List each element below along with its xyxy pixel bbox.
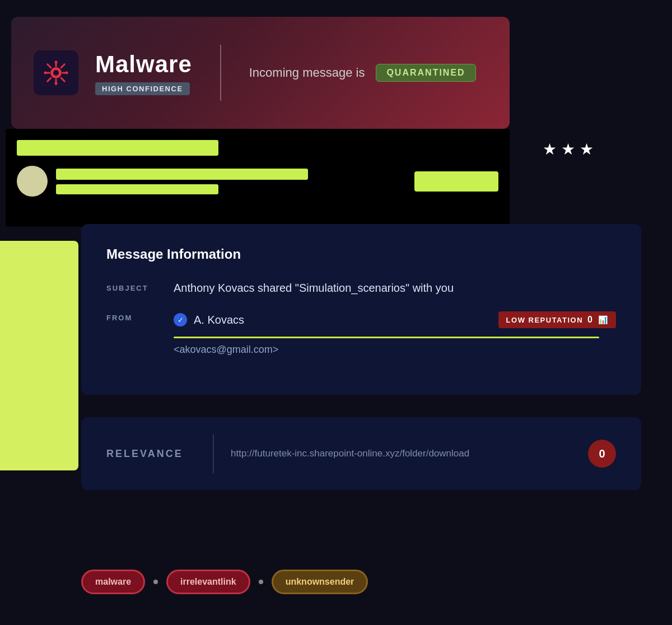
- tag-irrelevantlink[interactable]: irrelevantlink: [166, 570, 250, 594]
- reputation-count: 0: [587, 315, 593, 325]
- message-info-card: Message Information SUBJECT Anthony Kova…: [81, 224, 641, 395]
- yellow-separator: [174, 337, 599, 338]
- tag-unknownsender[interactable]: unknownsender: [272, 570, 368, 594]
- malware-title-group: Malware HIGH CONFIDENCE: [95, 51, 192, 95]
- email-info-line1: [56, 169, 308, 180]
- stars-area: ★ ★ ★: [543, 140, 594, 158]
- svg-line-8: [61, 64, 64, 68]
- subject-row: SUBJECT Anthony Kovacs shared "Simulatio…: [106, 282, 616, 295]
- svg-line-6: [48, 64, 51, 68]
- svg-point-12: [44, 72, 47, 74]
- relevance-label: RELEVANCE: [106, 448, 196, 460]
- svg-line-7: [61, 78, 64, 81]
- verified-icon: ✓: [174, 313, 187, 327]
- svg-point-10: [55, 61, 58, 64]
- star-icon-2: ★: [561, 140, 575, 158]
- from-top: ✓ A. Kovacs LOW REPUTATION 0 📊: [174, 311, 616, 328]
- email-action-button[interactable]: [414, 171, 498, 192]
- quarantined-badge: QUARANTINED: [376, 64, 475, 82]
- svg-point-13: [66, 72, 68, 74]
- tag-separator-2: [259, 580, 263, 584]
- malware-header-card: Malware HIGH CONFIDENCE Incoming message…: [11, 17, 510, 129]
- svg-line-9: [48, 78, 51, 81]
- incoming-section: Incoming message is QUARANTINED: [249, 64, 476, 82]
- subject-label: SUBJECT: [106, 282, 174, 292]
- virus-icon: [44, 60, 68, 85]
- svg-point-1: [53, 70, 59, 76]
- malware-icon-box: [34, 50, 78, 95]
- from-row: FROM ✓ A. Kovacs LOW REPUTATION 0 📊 <ako…: [106, 311, 616, 356]
- sender-name: A. Kovacs: [194, 314, 244, 327]
- email-list-row: [17, 166, 498, 197]
- email-info: [56, 169, 406, 194]
- relevance-count: 0: [588, 440, 616, 468]
- email-list-panel: [6, 129, 510, 227]
- sender-email: <akovacs@gmail.com>: [174, 344, 278, 356]
- card-title: Message Information: [106, 246, 616, 262]
- email-info-line2: [56, 184, 218, 194]
- subject-value: Anthony Kovacs shared "Simulation_scenar…: [174, 282, 616, 295]
- star-icon-3: ★: [580, 140, 594, 158]
- reputation-label: LOW REPUTATION: [506, 316, 584, 324]
- malware-title: Malware: [95, 51, 192, 78]
- from-label: FROM: [106, 311, 174, 322]
- tag-malware[interactable]: malware: [81, 570, 145, 594]
- low-reputation-badge: LOW REPUTATION 0 📊: [498, 311, 616, 328]
- star-icon-1: ★: [543, 140, 557, 158]
- yellow-sidebar-accent: [0, 241, 78, 470]
- header-divider: [220, 45, 221, 101]
- relevance-card: RELEVANCE http://futuretek-inc.sharepoin…: [81, 417, 641, 490]
- svg-point-11: [55, 82, 58, 85]
- relevance-url: http://futuretek-inc.sharepoint-online.x…: [231, 446, 577, 461]
- email-list-top-bar: [17, 140, 218, 156]
- relevance-divider: [213, 434, 214, 473]
- tag-separator-1: [153, 580, 158, 584]
- incoming-label: Incoming message is: [249, 66, 365, 80]
- from-name-row: ✓ A. Kovacs: [174, 313, 244, 327]
- bar-chart-icon: 📊: [598, 315, 609, 324]
- tags-section: malware irrelevantlink unknownsender: [81, 570, 368, 594]
- avatar-placeholder: [17, 166, 48, 197]
- from-section: ✓ A. Kovacs LOW REPUTATION 0 📊 <akovacs@…: [174, 311, 616, 356]
- confidence-badge: HIGH CONFIDENCE: [95, 82, 190, 95]
